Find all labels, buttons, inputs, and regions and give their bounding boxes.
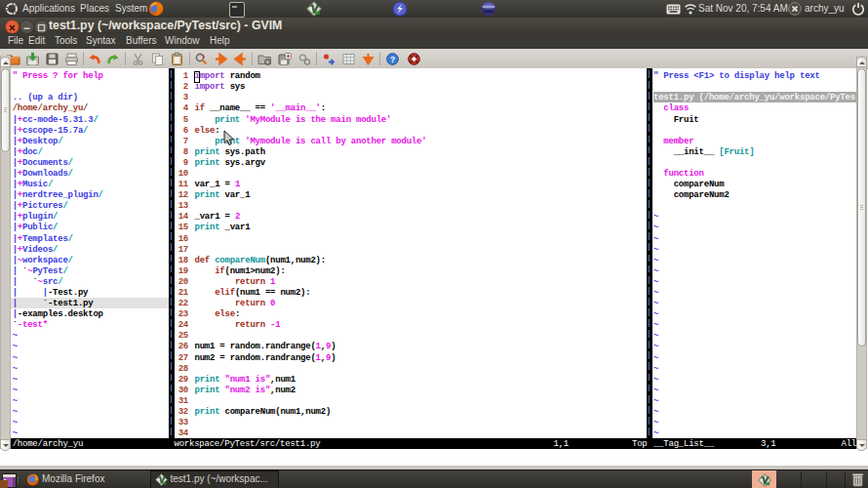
svg-text:?: ?	[389, 54, 394, 63]
